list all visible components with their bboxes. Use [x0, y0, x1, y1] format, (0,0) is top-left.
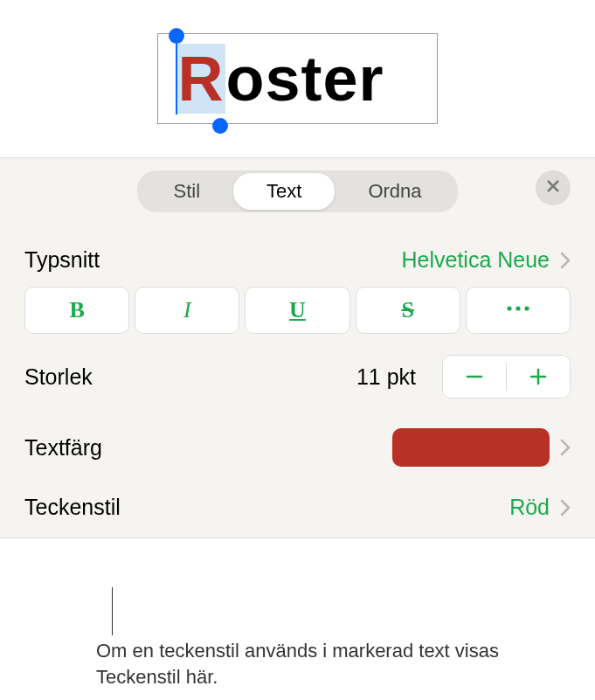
svg-point-4 — [524, 306, 529, 310]
character-style-row[interactable]: Teckenstil Röd — [0, 481, 595, 537]
tab-stil[interactable]: Stil — [140, 173, 233, 210]
svg-point-3 — [515, 306, 520, 310]
format-panel: Stil Text Ordna Typsnitt Helvetica Neue … — [0, 157, 595, 538]
font-value: Helvetica Neue — [401, 247, 550, 273]
size-row: Storlek 11 pkt — [0, 346, 595, 414]
tab-text[interactable]: Text — [233, 173, 335, 210]
underline-button[interactable]: U — [245, 287, 349, 334]
text-box[interactable]: Roster — [157, 33, 437, 124]
tabs-row: Stil Text Ordna — [0, 158, 595, 233]
strikethrough-icon: S — [401, 297, 413, 323]
svg-point-2 — [507, 306, 511, 310]
tab-ordna[interactable]: Ordna — [335, 173, 454, 210]
plus-icon — [529, 361, 548, 393]
text-cursor — [176, 36, 177, 114]
size-value: 11 pkt — [356, 364, 416, 390]
text-color-swatch[interactable] — [392, 428, 550, 467]
segmented-control: Stil Text Ordna — [137, 170, 457, 212]
selected-letter: R — [176, 44, 225, 114]
minus-icon — [465, 361, 484, 393]
character-style-label: Teckenstil — [24, 495, 509, 520]
size-label: Storlek — [24, 364, 356, 390]
text-color-row[interactable]: Textfärg — [0, 414, 595, 481]
italic-icon: I — [183, 297, 191, 323]
more-options-button[interactable] — [466, 287, 571, 334]
chevron-right-icon — [560, 439, 571, 456]
bold-button[interactable]: B — [24, 287, 129, 334]
bold-icon: B — [69, 297, 84, 323]
text-rest: oster — [225, 44, 384, 114]
strikethrough-button[interactable]: S — [356, 287, 460, 334]
canvas-area: Roster — [0, 0, 595, 157]
size-stepper — [442, 355, 571, 399]
editable-text[interactable]: Roster — [176, 44, 384, 114]
style-buttons-row: B I U S — [0, 287, 595, 346]
chevron-right-icon — [560, 499, 571, 516]
more-icon — [505, 297, 531, 324]
underline-icon: U — [289, 297, 306, 323]
callout-text: Om en teckenstil används i markerad text… — [96, 638, 507, 690]
callout-line — [112, 587, 113, 635]
size-increase-button[interactable] — [507, 356, 570, 398]
italic-button[interactable]: I — [135, 287, 239, 334]
chevron-right-icon — [560, 252, 571, 269]
font-row[interactable]: Typsnitt Helvetica Neue — [0, 233, 595, 287]
selection-handle-end[interactable] — [212, 118, 228, 134]
size-decrease-button[interactable] — [443, 356, 506, 398]
selection-handle-start[interactable] — [169, 28, 184, 44]
close-icon — [545, 178, 561, 198]
font-label: Typsnitt — [24, 247, 401, 273]
text-color-label: Textfärg — [24, 435, 392, 461]
character-style-value: Röd — [509, 495, 550, 520]
close-button[interactable] — [536, 170, 571, 205]
